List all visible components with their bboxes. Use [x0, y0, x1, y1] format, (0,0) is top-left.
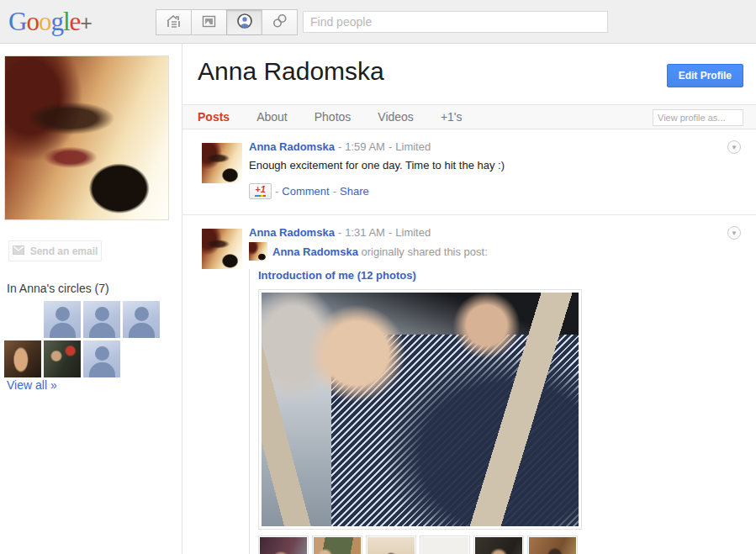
separator: -: [272, 185, 282, 198]
tab-plus-ones[interactable]: +1's: [441, 110, 463, 124]
send-email-button[interactable]: Send an email: [8, 240, 102, 261]
reshare-author-link[interactable]: Anna Radomska: [272, 245, 358, 258]
album-thumbnail-portrait-dark[interactable]: [258, 536, 309, 554]
envelope-icon: [13, 245, 24, 257]
post-author-avatar[interactable]: [202, 143, 242, 183]
circle-avatar-silhouette[interactable]: [44, 301, 81, 338]
post-author-link[interactable]: Anna Radomska: [249, 226, 335, 239]
nav-circles-button[interactable]: [262, 9, 298, 35]
profile-header: Anna Radomska Edit Profile: [182, 44, 756, 104]
circle-avatar-silhouette[interactable]: [83, 301, 120, 338]
google-plus-profile-page: Google+: [0, 0, 756, 554]
post-header-line: Anna Radomska-1:59 AM-Limited: [249, 140, 739, 153]
photos-icon: [201, 13, 217, 32]
main-navigation: [156, 9, 298, 35]
reshare-attribution: Anna Radomska originally shared this pos…: [249, 242, 739, 261]
album-thumbnail-portrait-cream[interactable]: [366, 536, 416, 554]
chevron-down-icon: ▼: [731, 144, 737, 151]
profile-sidebar: Send an email In Anna's circles (7) View…: [0, 44, 182, 554]
tab-about[interactable]: About: [256, 110, 288, 124]
post-item: ▼ Anna Radomska-1:31 AM-Limited Anna Rad…: [182, 214, 756, 554]
main-content: Anna Radomska Edit Profile Posts About P…: [182, 44, 756, 554]
separator: -: [335, 140, 345, 153]
circle-avatar-finger[interactable]: [4, 340, 41, 377]
tab-videos[interactable]: Videos: [378, 110, 414, 124]
circle-avatar-man-dark[interactable]: [4, 301, 41, 338]
find-people-search-input[interactable]: [303, 11, 608, 33]
post-timestamp[interactable]: 1:31 AM: [345, 226, 385, 239]
edit-profile-button[interactable]: Edit Profile: [667, 64, 743, 87]
post-options-dropdown[interactable]: ▼: [727, 140, 741, 154]
profile-tab-bar: Posts About Photos Videos +1's: [182, 104, 756, 129]
circle-avatar-man-cap[interactable]: [44, 340, 81, 377]
send-email-label: Send an email: [30, 245, 98, 257]
nav-photos-button[interactable]: [191, 9, 227, 35]
post-author-link[interactable]: Anna Radomska: [249, 140, 335, 153]
separator: -: [385, 140, 395, 153]
profile-icon: [236, 13, 253, 32]
post-timestamp[interactable]: 1:59 AM: [345, 140, 385, 153]
post-body: Anna Radomska-1:59 AM-Limited Enough exc…: [249, 140, 739, 199]
separator: -: [385, 226, 395, 239]
circle-avatar-silhouette[interactable]: [123, 301, 160, 338]
album-thumbnail-paper[interactable]: [420, 536, 470, 554]
plus-one-label: +1: [255, 185, 266, 194]
album-thumbnail-two-people[interactable]: [312, 536, 362, 554]
shared-post-block: Introduction of me (12 photos): [249, 269, 739, 554]
post-author-avatar[interactable]: [202, 229, 242, 269]
nav-profile-button[interactable]: [226, 9, 262, 35]
separator: -: [330, 185, 340, 198]
plus-one-color-bar: [255, 195, 266, 197]
post-visibility[interactable]: Limited: [395, 140, 431, 153]
logo-plus-sign: +: [80, 11, 92, 34]
post-body: Anna Radomska-1:31 AM-Limited Anna Radom…: [249, 226, 739, 554]
post-visibility[interactable]: Limited: [395, 226, 431, 239]
comment-link[interactable]: Comment: [282, 185, 329, 198]
post-item: ▼ Anna Radomska-1:59 AM-Limited Enough e…: [182, 129, 756, 214]
post-actions: +1 - Comment - Share: [249, 183, 739, 199]
album-thumbnail-portrait-warm[interactable]: [527, 536, 578, 554]
nav-stream-button[interactable]: [156, 9, 192, 35]
album-photo-image: [262, 293, 579, 526]
circles-avatar-grid: [4, 301, 172, 380]
album-photo[interactable]: [258, 289, 582, 530]
tab-posts[interactable]: Posts: [198, 110, 230, 124]
post-text: Enough excitement for one day. Time to h…: [249, 159, 739, 171]
plus-one-button[interactable]: +1: [249, 183, 272, 199]
top-bar: Google+: [0, 0, 756, 44]
stream-icon: [166, 13, 182, 32]
post-header-line: Anna Radomska-1:31 AM-Limited: [249, 226, 739, 239]
reshare-text: originally shared this post:: [362, 245, 488, 258]
circle-avatar-silhouette[interactable]: [83, 340, 120, 377]
view-all-link[interactable]: View all »: [7, 378, 57, 392]
tab-photos[interactable]: Photos: [315, 110, 352, 124]
album-thumbnails: [258, 536, 739, 554]
reshare-author-avatar[interactable]: [249, 242, 267, 261]
profile-photo[interactable]: [4, 55, 169, 220]
separator: -: [335, 226, 345, 239]
album-thumbnail-face-glasses[interactable]: [473, 536, 524, 554]
chevron-down-icon: ▼: [731, 230, 737, 237]
album-title-link[interactable]: Introduction of me (12 photos): [258, 269, 416, 282]
share-link[interactable]: Share: [340, 185, 369, 198]
circles-heading: In Anna's circles (7): [7, 282, 109, 295]
circles-icon: [272, 13, 288, 32]
google-plus-logo[interactable]: Google+: [8, 7, 92, 37]
page-title: Anna Radomska: [198, 57, 384, 86]
post-options-dropdown[interactable]: ▼: [727, 226, 741, 240]
view-profile-as-input[interactable]: [653, 109, 743, 126]
